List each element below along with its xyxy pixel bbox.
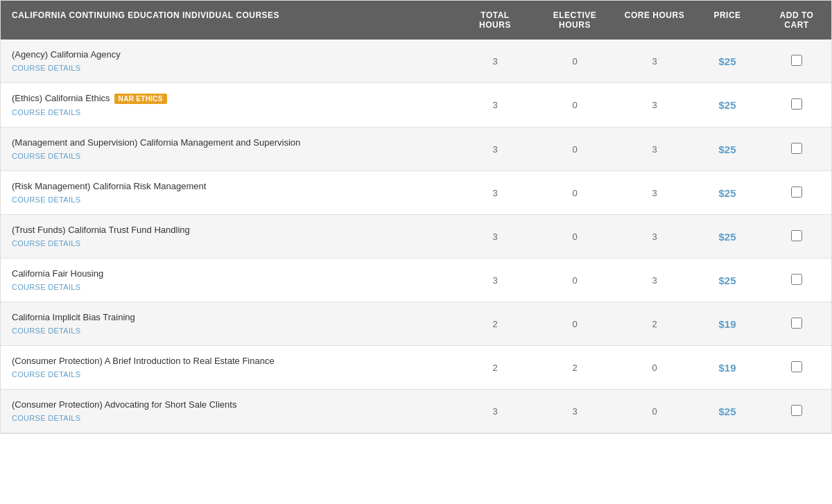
course-name: (Trust Funds) California Trust Fund Hand… [12,225,446,235]
course-info: (Ethics) California EthicsNAR ETHICS COU… [1,83,457,127]
course-info: (Risk Management) California Risk Manage… [1,171,457,214]
total-hours-cell: 3 [457,275,533,286]
elective-hours-cell: 0 [533,319,616,329]
course-name: (Ethics) California EthicsNAR ETHICS [12,93,446,104]
elective-hours-cell: 0 [533,275,616,286]
course-details-link[interactable]: COURSE DETAILS [12,370,80,379]
course-name: California Implicit Bias Training [12,312,446,322]
course-details-link[interactable]: COURSE DETAILS [12,195,80,204]
add-to-cart-cell [762,55,831,68]
header-core-hours: CORE HOURS [616,1,693,40]
elective-hours-cell: 0 [533,188,616,198]
table-row: (Consumer Protection) Advocating for Sho… [1,390,831,433]
add-to-cart-cell [762,98,831,112]
course-name: (Consumer Protection) A Brief Introducti… [12,356,446,366]
price-cell: $19 [693,362,762,374]
total-hours-cell: 3 [457,56,533,67]
add-to-cart-checkbox[interactable] [791,230,802,241]
add-to-cart-checkbox[interactable] [791,55,802,66]
add-to-cart-cell [762,274,831,287]
add-to-cart-cell [762,318,831,331]
add-to-cart-checkbox[interactable] [791,186,802,198]
elective-hours-cell: 2 [533,363,616,373]
table-header: CALIFORNIA CONTINUING EDUCATION INDIVIDU… [1,1,831,40]
course-details-link[interactable]: COURSE DETAILS [12,327,80,335]
total-hours-cell: 3 [457,100,533,110]
header-add-to-cart: ADD TO CART [762,1,831,40]
core-hours-cell: 2 [616,319,693,329]
elective-hours-cell: 0 [533,100,616,110]
elective-hours-cell: 3 [533,406,616,417]
elective-hours-cell: 0 [533,144,616,155]
add-to-cart-checkbox[interactable] [791,405,802,416]
table-row: California Implicit Bias Training COURSE… [1,302,831,346]
course-info: (Consumer Protection) A Brief Introducti… [1,346,457,389]
table-row: California Fair Housing COURSE DETAILS 3… [1,259,831,302]
table-row: (Agency) California Agency COURSE DETAIL… [1,40,831,83]
total-hours-cell: 3 [457,144,533,155]
price-cell: $25 [693,231,762,243]
core-hours-cell: 3 [616,232,693,242]
course-details-link[interactable]: COURSE DETAILS [12,64,80,72]
add-to-cart-checkbox[interactable] [791,274,802,285]
total-hours-cell: 2 [457,363,533,373]
add-to-cart-cell [762,186,831,200]
header-elective-hours: ELECTIVE HOURS [533,1,616,40]
core-hours-cell: 3 [616,56,693,67]
course-details-link[interactable]: COURSE DETAILS [12,152,80,160]
course-info: (Agency) California Agency COURSE DETAIL… [1,40,457,82]
course-info: California Implicit Bias Training COURSE… [1,302,457,345]
price-cell: $19 [693,318,762,330]
nar-ethics-badge: NAR ETHICS [114,94,167,104]
add-to-cart-cell [762,230,831,243]
add-to-cart-cell [762,143,831,156]
course-name: (Risk Management) California Risk Manage… [12,181,446,191]
course-info: (Consumer Protection) Advocating for Sho… [1,390,457,433]
add-to-cart-checkbox[interactable] [791,361,802,372]
course-details-link[interactable]: COURSE DETAILS [12,239,80,247]
header-price: PRICE [693,1,762,40]
elective-hours-cell: 0 [533,232,616,242]
table-row: (Trust Funds) California Trust Fund Hand… [1,215,831,259]
course-info: (Trust Funds) California Trust Fund Hand… [1,215,457,258]
total-hours-cell: 3 [457,406,533,417]
course-name: (Agency) California Agency [12,49,446,60]
course-details-link[interactable]: COURSE DETAILS [12,414,80,422]
total-hours-cell: 2 [457,319,533,329]
total-hours-cell: 3 [457,188,533,198]
price-cell: $25 [693,187,762,199]
core-hours-cell: 3 [616,144,693,155]
header-course: CALIFORNIA CONTINUING EDUCATION INDIVIDU… [1,1,457,40]
course-info: California Fair Housing COURSE DETAILS [1,259,457,302]
course-details-link[interactable]: COURSE DETAILS [12,108,80,116]
price-cell: $25 [693,144,762,155]
table-row: (Ethics) California EthicsNAR ETHICS COU… [1,83,831,128]
table-row: (Risk Management) California Risk Manage… [1,171,831,215]
core-hours-cell: 3 [616,188,693,198]
add-to-cart-cell [762,405,831,418]
core-hours-cell: 0 [616,363,693,373]
price-cell: $25 [693,406,762,417]
core-hours-cell: 0 [616,406,693,417]
add-to-cart-cell [762,361,831,374]
core-hours-cell: 3 [616,275,693,286]
add-to-cart-checkbox[interactable] [791,318,802,329]
course-name: (Consumer Protection) Advocating for Sho… [12,399,446,410]
header-total-hours: TOTAL HOURS [457,1,533,40]
total-hours-cell: 3 [457,232,533,242]
course-details-link[interactable]: COURSE DETAILS [12,283,80,291]
price-cell: $25 [693,275,762,286]
elective-hours-cell: 0 [533,56,616,67]
table-row: (Management and Supervision) California … [1,128,831,171]
add-to-cart-checkbox[interactable] [791,98,802,110]
course-info: (Management and Supervision) California … [1,128,457,171]
core-hours-cell: 3 [616,100,693,110]
course-name: (Management and Supervision) California … [12,137,446,148]
price-cell: $25 [693,99,762,111]
add-to-cart-checkbox[interactable] [791,143,802,154]
courses-body: (Agency) California Agency COURSE DETAIL… [1,40,831,433]
course-name: California Fair Housing [12,268,446,279]
courses-table: CALIFORNIA CONTINUING EDUCATION INDIVIDU… [0,0,832,434]
table-row: (Consumer Protection) A Brief Introducti… [1,346,831,390]
price-cell: $25 [693,55,762,67]
